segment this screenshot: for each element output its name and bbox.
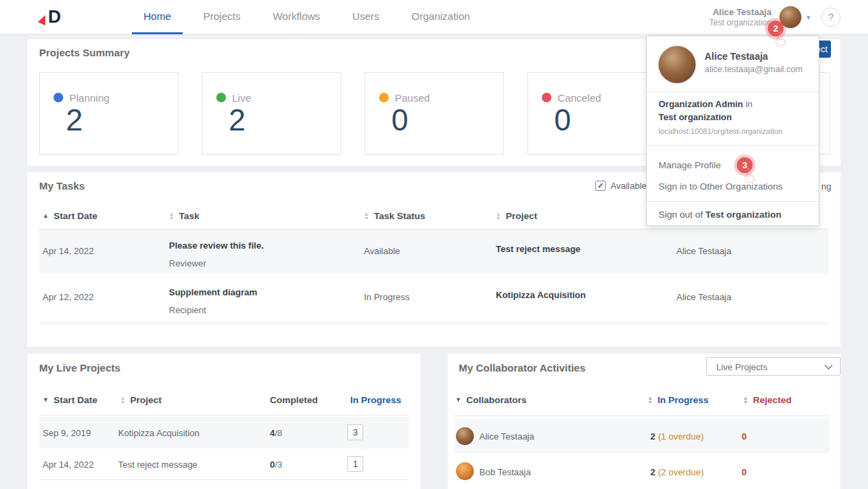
card-label: Live [232, 92, 251, 104]
canceled-status-dot [542, 93, 551, 102]
my-live-projects-title: My Live Projects [39, 362, 120, 374]
task-start-date: Apr 12, 2022 [43, 292, 93, 302]
menu-item-sign-out[interactable]: Sign out of Test organization [659, 209, 781, 220]
collaborator-rejected: 0 [742, 431, 746, 442]
sort-rejected[interactable]: ▲▼ Rejected [743, 395, 792, 405]
dropdown-avatar [659, 46, 696, 83]
divider [647, 91, 819, 92]
live-status-dot [216, 93, 226, 102]
nav-tab-projects[interactable]: Projects [192, 0, 252, 34]
select-value: Live Projects [716, 362, 767, 372]
column-completed: Completed [270, 395, 318, 405]
summary-card-planning[interactable]: Planning 2 [39, 72, 179, 155]
dropdown-org-name: Test organization [659, 112, 732, 122]
nav-tab-home[interactable]: Home [132, 0, 183, 34]
logo-mark-icon [37, 14, 47, 26]
navbar-user-name: Alice Testaaja [709, 7, 772, 17]
main-nav: Home Projects Workflows Users Organizati… [132, 0, 481, 34]
filter-available[interactable]: ✓ Available [595, 181, 647, 191]
summary-card-live[interactable]: Live 2 [202, 72, 341, 155]
available-checkbox[interactable]: ✓ [595, 181, 606, 191]
sort-in-progress[interactable]: ▲▼ In Progress [648, 395, 709, 405]
column-label: Task Status [374, 211, 425, 221]
overdue-count: (2 overdue) [658, 467, 703, 477]
task-project: Test reject message [496, 244, 580, 254]
collaborator-row[interactable]: Alice Testaaja 2(1 overdue) 0 [455, 419, 830, 453]
summary-card-paused[interactable]: Paused 0 [365, 72, 504, 155]
navbar-user-org: Test organization [709, 18, 772, 27]
app-logo[interactable]: D [37, 7, 61, 26]
rejected-count: 0 [742, 431, 746, 442]
live-projects-select[interactable]: Live Projects [706, 357, 841, 376]
task-start-date: Apr 14, 2022 [43, 246, 93, 256]
sign-out-org: Test organization [705, 209, 781, 220]
live-projects-table-header: ▼ Start Date ▲▼ Project Completed In Pro… [39, 388, 409, 416]
sort-start-date[interactable]: ▼ Start Date [43, 395, 98, 405]
task-project: Kotipizza Acquisition [496, 290, 586, 300]
sort-asc-icon: ▲ [43, 213, 49, 219]
card-count: 0 [554, 103, 571, 137]
sort-project[interactable]: ▲▼ Project [120, 395, 161, 405]
sort-desc-icon: ▼ [43, 397, 49, 403]
task-assignee: Alice Testaaja [676, 292, 731, 302]
live-project-row[interactable]: Sep 9, 2019 Kotipizza Acquisition 4/8 3 [39, 417, 409, 448]
sort-collaborators[interactable]: ▼ Collaborators [455, 395, 527, 405]
in-progress-count[interactable]: 1 [347, 456, 363, 472]
rejected-count: 0 [742, 467, 746, 477]
card-count: 2 [229, 103, 245, 137]
task-row[interactable]: Apr 12, 2022 Supplement diagram Recipien… [39, 273, 829, 323]
project-start-date: Apr 14, 2022 [43, 459, 93, 470]
column-label: In Progress [657, 395, 708, 405]
sort-icon: ▲▼ [120, 396, 125, 405]
user-avatar[interactable] [779, 6, 801, 28]
collaborator-rejected: 0 [742, 467, 746, 477]
sort-icon: ▲▼ [743, 396, 748, 405]
nav-tab-users[interactable]: Users [341, 0, 391, 34]
collaborator-avatar [456, 427, 474, 445]
sort-project[interactable]: ▲▼ Project [496, 211, 537, 221]
column-in-progress: In Progress [350, 395, 401, 405]
column-label: Completed [270, 395, 318, 405]
task-assignee: Alice Testaaja [676, 246, 731, 256]
column-label: Rejected [753, 395, 791, 405]
app-screen: D Home Projects Workflows Users Organiza… [0, 0, 868, 489]
overdue-count: (1 overdue) [658, 431, 703, 442]
collaborator-in-progress: 2(1 overdue) [650, 431, 704, 442]
filter-label-fragment[interactable]: ng [821, 181, 831, 192]
card-label: Canceled [558, 92, 601, 104]
dropdown-role-line: Organization Admin in [659, 99, 753, 109]
project-completed: 4/8 [270, 428, 282, 438]
task-row[interactable]: Apr 14, 2022 Please review this file. Re… [39, 229, 829, 273]
divider [647, 201, 819, 202]
column-label: In Progress [350, 395, 401, 405]
available-checkbox-label: Available [610, 181, 647, 191]
menu-item-manage-profile[interactable]: Manage Profile [659, 160, 721, 170]
task-role: Recipient [169, 305, 206, 315]
project-name: Kotipizza Acquisition [118, 428, 200, 438]
role-suffix: in [743, 99, 753, 109]
chevron-down-icon [824, 364, 833, 370]
sort-task[interactable]: ▲▼ Task [169, 211, 199, 221]
column-label: Project [505, 211, 537, 221]
collaborator-row[interactable]: Bob Testaaja 2(2 overdue) 0 [455, 453, 830, 489]
sort-icon: ▲▼ [648, 396, 652, 405]
sort-task-status[interactable]: ▲▼ Task Status [364, 211, 425, 221]
nav-tab-workflows[interactable]: Workflows [261, 0, 332, 34]
task-status: In Progress [364, 292, 409, 302]
collaborators-table-header: ▼ Collaborators ▲▼ In Progress ▲▼ Reject… [455, 388, 830, 416]
live-project-row[interactable]: Apr 14, 2022 Test reject message 0/3 1 [39, 448, 409, 480]
nav-tab-organization[interactable]: Organization [400, 0, 481, 34]
project-completed: 0/3 [270, 459, 282, 470]
help-button[interactable]: ? [821, 8, 841, 27]
divider [647, 145, 819, 146]
card-label: Planning [69, 92, 109, 104]
navbar-user-text[interactable]: Alice Testaaja Test organization [709, 7, 772, 27]
column-label: Project [130, 395, 161, 405]
in-progress-count[interactable]: 3 [347, 424, 363, 440]
chevron-down-icon[interactable]: ▾ [806, 13, 810, 22]
column-label: Collaborators [466, 395, 527, 405]
project-start-date: Sep 9, 2019 [43, 428, 91, 438]
menu-item-sign-in-other-orgs[interactable]: Sign in to Other Organizations [659, 181, 783, 192]
column-label: Start Date [54, 211, 98, 221]
sort-start-date[interactable]: ▲ Start Date [43, 211, 98, 221]
